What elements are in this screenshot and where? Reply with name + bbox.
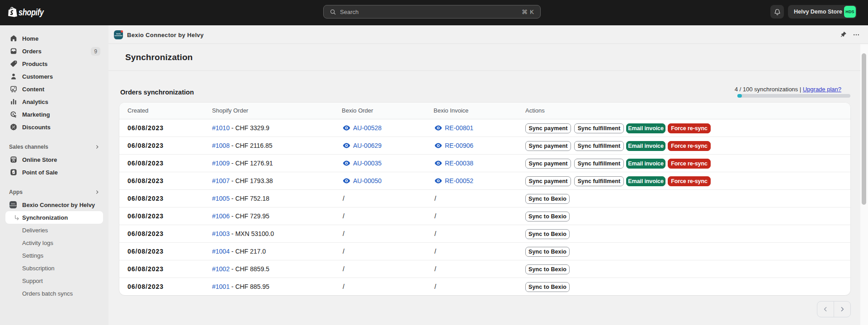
svg-text:connector: connector xyxy=(114,35,123,37)
svg-text:connector: connector xyxy=(9,205,17,207)
svg-text:s: s xyxy=(13,171,14,174)
